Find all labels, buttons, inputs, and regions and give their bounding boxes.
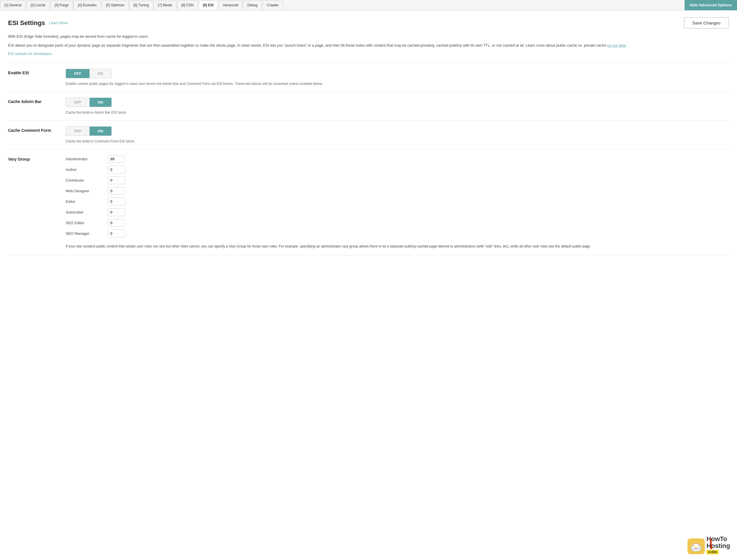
vary-group-administrator-row: Administrator — [66, 155, 729, 163]
learn-more-link[interactable]: Learn More — [49, 21, 68, 25]
tab-cache[interactable]: [2] Cache — [26, 1, 49, 9]
vary-group-administrator-label: Administrator — [66, 157, 103, 161]
description-1: With ESI (Edge Side Includes), pages may… — [8, 34, 729, 40]
vary-group-subscriber-label: Subscriber — [66, 210, 103, 214]
vary-group-webdesigner-row: Web Designer — [66, 187, 729, 195]
cache-comment-form-off-button[interactable]: OFF — [66, 127, 89, 136]
description-2: ESI allows you to designate parts of you… — [8, 43, 729, 49]
tab-cdn[interactable]: [8] CDN — [177, 1, 198, 9]
cache-comment-form-control: OFF ON Cache the build-in Comment Form E… — [66, 126, 729, 143]
vary-group-label: Vary Group — [8, 155, 66, 161]
cache-admin-bar-toggle[interactable]: OFF ON — [66, 98, 112, 107]
enable-esi-on-button[interactable]: ON — [89, 69, 111, 78]
vary-group-author-input[interactable] — [108, 166, 125, 174]
vary-group-editor-input[interactable] — [108, 198, 125, 205]
vary-group-contributor-input[interactable] — [108, 176, 125, 184]
save-changes-button[interactable]: Save Changes — [684, 17, 729, 28]
esi-sample-link[interactable]: ESI sample for developers. — [8, 52, 53, 56]
page-title-area: ESI Settings Learn More — [8, 19, 68, 27]
vary-group-seoeditor-row: SEO Editor — [66, 219, 729, 227]
tab-list: [1] General [2] Cache [3] Purge [4] Excl… — [0, 1, 685, 9]
enable-esi-control: OFF ON Enable caches public pages for lo… — [66, 69, 729, 86]
cache-admin-bar-label: Cache Admin Bar — [8, 98, 66, 104]
cache-comment-form-toggle[interactable]: OFF ON — [66, 126, 112, 136]
enable-esi-toggle[interactable]: OFF ON — [66, 69, 112, 78]
tab-esi[interactable]: [9] ESI — [199, 1, 218, 10]
cache-comment-form-row: Cache Comment Form OFF ON Cache the buil… — [8, 120, 729, 149]
vary-group-contributor-label: Contributor — [66, 178, 103, 182]
cache-admin-bar-on-button[interactable]: ON — [89, 98, 111, 107]
cache-admin-bar-control: OFF ON Cache the build-in Admin Bar ESI … — [66, 98, 729, 115]
vary-group-row: Vary Group Administrator Author Co — [8, 149, 729, 255]
main-content: ESI Settings Learn More Save Changes Wit… — [0, 10, 737, 262]
tab-purge[interactable]: [3] Purge — [50, 1, 73, 9]
tab-excludes[interactable]: [4] Excludes — [73, 1, 101, 9]
vary-group-webdesigner-label: Web Designer — [66, 189, 103, 193]
vary-group-seoeditor-label: SEO Editor — [66, 221, 103, 225]
vary-group-webdesigner-input[interactable] — [108, 187, 125, 195]
vary-group-administrator-input[interactable] — [108, 155, 125, 163]
enable-esi-row: Enable ESI OFF ON Enable caches public p… — [8, 63, 729, 92]
vary-group-editor-label: Editor — [66, 199, 103, 204]
vary-group-seomanager-input[interactable] — [108, 230, 125, 237]
vary-group-description: If your site contains public content tha… — [66, 244, 729, 249]
cache-admin-bar-off-button[interactable]: OFF — [66, 98, 89, 107]
enable-esi-off-button[interactable]: OFF — [66, 69, 89, 78]
tab-tuning[interactable]: [6] Tuning — [129, 1, 153, 9]
vary-group-subscriber-input[interactable] — [108, 208, 125, 216]
cache-admin-bar-row: Cache Admin Bar OFF ON Cache the build-i… — [8, 92, 729, 120]
vary-group-subscriber-row: Subscriber — [66, 208, 729, 216]
vary-group-seomanager-label: SEO Manager — [66, 231, 103, 236]
vary-group-table: Administrator Author Contributor — [66, 155, 729, 237]
vary-group-seoeditor-input[interactable] — [108, 219, 125, 227]
vary-group-author-row: Author — [66, 166, 729, 174]
cache-comment-form-description: Cache the build-in Comment Form ESI bloc… — [66, 139, 729, 143]
hide-advanced-button[interactable]: Hide Advanced Options — [685, 0, 737, 10]
tab-advanced[interactable]: Advanced — [218, 1, 242, 9]
tab-optimize[interactable]: [5] Optimize — [102, 1, 129, 9]
tab-media[interactable]: [7] Media — [154, 1, 176, 9]
vary-group-editor-row: Editor — [66, 198, 729, 205]
page-title: ESI Settings — [8, 19, 45, 27]
settings-section: Enable ESI OFF ON Enable caches public p… — [8, 63, 729, 255]
tab-bar: [1] General [2] Cache [3] Purge [4] Excl… — [0, 0, 737, 10]
cache-admin-bar-description: Cache the build-in Admin Bar ESI block. — [66, 111, 729, 115]
enable-esi-label: Enable ESI — [8, 69, 66, 75]
enable-esi-description: Enable caches public pages for logged in… — [66, 82, 729, 86]
page-header: ESI Settings Learn More Save Changes — [8, 17, 729, 28]
cache-comment-form-label: Cache Comment Form — [8, 126, 66, 133]
blog-link[interactable]: on our blog — [607, 43, 626, 47]
vary-group-author-label: Author — [66, 167, 103, 172]
tab-general[interactable]: [1] General — [0, 1, 26, 9]
vary-group-seomanager-row: SEO Manager — [66, 230, 729, 237]
cache-comment-form-on-button[interactable]: ON — [89, 127, 111, 136]
tab-debug[interactable]: Debug — [243, 1, 262, 9]
tab-crawler[interactable]: Crawler — [262, 1, 283, 9]
vary-group-contributor-row: Contributor — [66, 176, 729, 184]
vary-group-control: Administrator Author Contributor — [66, 155, 729, 249]
